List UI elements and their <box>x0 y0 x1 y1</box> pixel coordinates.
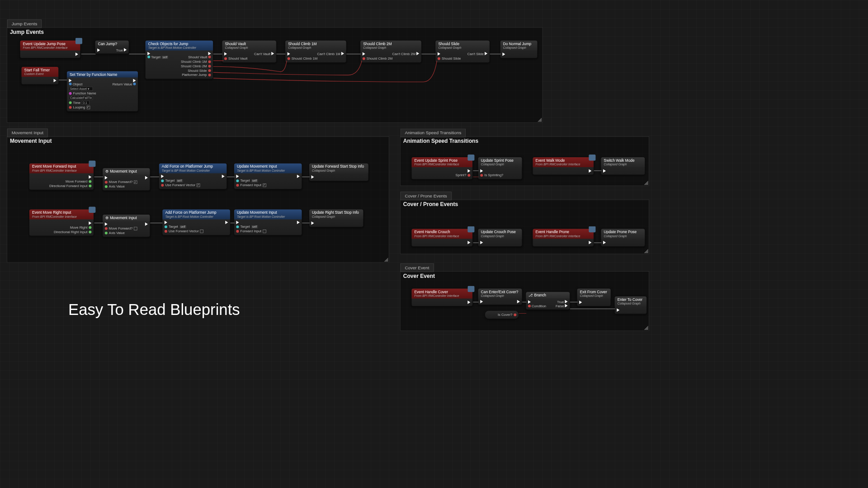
exec-in-icon[interactable] <box>224 52 227 56</box>
exec-out-icon[interactable] <box>225 221 228 224</box>
node-update-movement-1[interactable]: Update Movement InputTarget is BP Root M… <box>234 163 302 189</box>
out-pin-icon[interactable] <box>208 60 211 63</box>
exec-out-icon[interactable] <box>208 52 211 56</box>
object-pin-icon[interactable] <box>69 83 72 85</box>
exec-in-icon[interactable] <box>105 176 108 180</box>
node-should-vault[interactable]: Should VaultCollapsed Graph Can't Vault … <box>222 40 277 63</box>
checkbox[interactable] <box>134 180 137 184</box>
target-pin-icon[interactable] <box>147 56 150 58</box>
exec-in-icon[interactable] <box>105 222 108 226</box>
node-movement-input-2[interactable]: ⚙ Movement Input Move Forward? Axis Valu… <box>103 214 151 237</box>
node-enter-to-cover[interactable]: Enter To CoverCollapsed Graph <box>614 296 647 314</box>
pin-icon[interactable] <box>161 179 164 182</box>
select-asset-dropdown[interactable] <box>69 87 93 91</box>
out-pin-icon[interactable] <box>89 226 91 229</box>
resize-handle-icon[interactable] <box>644 181 648 185</box>
exec-in-icon[interactable] <box>311 221 314 225</box>
exec-in-icon[interactable] <box>603 241 606 244</box>
node-exit-from-cover[interactable]: Exit From CoverCollapsed Graph <box>577 288 611 306</box>
node-check-objects[interactable]: Check Objects for Jump Target is BP Root… <box>145 40 213 79</box>
exec-in-icon[interactable] <box>288 52 290 56</box>
out-pin-icon[interactable] <box>467 174 470 177</box>
exec-out-icon[interactable] <box>416 52 419 56</box>
node-event-move-forward[interactable]: Event Move Forward InputFrom BPI RMContr… <box>29 163 94 190</box>
node-update-fwd-info[interactable]: Update Forward Start Stop InfoCollapsed … <box>309 163 368 181</box>
out-pin-icon[interactable] <box>208 65 211 67</box>
time-input[interactable] <box>82 101 90 105</box>
node-should-climb-2m[interactable]: Should Climb 2MCollapsed Graph Can't Cli… <box>360 40 422 63</box>
exec-out-icon[interactable] <box>133 79 136 82</box>
exec-out-icon[interactable] <box>89 175 91 179</box>
out-pin-icon[interactable] <box>208 74 211 76</box>
exec-in-icon[interactable] <box>147 52 150 56</box>
out-pin-icon[interactable] <box>89 230 91 233</box>
resize-handle-icon[interactable] <box>384 258 388 262</box>
node-should-climb-1m[interactable]: Should Climb 1MCollapsed Graph Can't Cli… <box>285 40 346 63</box>
comment-tab[interactable]: Jump Events <box>7 19 42 28</box>
exec-in-icon[interactable] <box>236 221 239 224</box>
node-can-jump[interactable]: Can Jump? True <box>95 40 129 54</box>
node-do-normal-jump[interactable]: Do Normal JumpCollapsed Graph <box>500 40 538 58</box>
time-pin-icon[interactable] <box>69 101 72 104</box>
exec-out-icon[interactable] <box>485 52 487 56</box>
node-event-move-right[interactable]: Event Move Right InputFrom BPI RMControl… <box>29 209 94 236</box>
exec-out-icon[interactable] <box>145 176 148 180</box>
pin-icon[interactable] <box>236 225 239 228</box>
in-pin-icon[interactable] <box>224 57 227 60</box>
node-is-cover[interactable]: Is Cover? <box>485 310 519 319</box>
exec-false-icon[interactable] <box>565 304 568 308</box>
pin-icon[interactable] <box>105 231 108 234</box>
exec-out-icon[interactable] <box>589 169 591 173</box>
exec-out-icon[interactable] <box>54 79 57 82</box>
node-update-sprint[interactable]: Update Sprint PoseCollapsed Graph Is Spr… <box>478 157 522 179</box>
exec-in-icon[interactable] <box>617 309 619 312</box>
comment-tab[interactable]: Animation Speed Transitions <box>401 129 466 137</box>
node-branch[interactable]: ⎇ Branch True ConditionFalse <box>526 292 570 310</box>
node-event-update-jump[interactable]: Event Update Jump Pose From BPI RMContro… <box>20 40 80 58</box>
out-pin-icon[interactable] <box>89 184 91 187</box>
node-update-crouch[interactable]: Update Crouch PoseCollapsed Graph <box>478 229 522 247</box>
exec-out-icon[interactable] <box>222 175 225 178</box>
comment-tab[interactable]: Movement Input <box>7 129 48 137</box>
cond-pin-icon[interactable] <box>528 305 531 307</box>
exec-in-icon[interactable] <box>69 79 72 82</box>
function-name-input[interactable] <box>69 96 93 100</box>
exec-out-icon[interactable] <box>589 241 591 244</box>
node-event-handle-prone[interactable]: Event Handle ProneFrom BPI RMController … <box>533 229 594 247</box>
checkbox[interactable] <box>197 183 200 187</box>
exec-in-icon[interactable] <box>165 221 167 224</box>
in-pin-icon[interactable] <box>438 57 440 60</box>
node-movement-input-1[interactable]: ⚙ Movement Input Move Forward? Axis Valu… <box>103 168 151 191</box>
exec-in-icon[interactable] <box>438 52 440 56</box>
out-pin-icon[interactable] <box>514 313 516 316</box>
pin-icon[interactable] <box>236 230 239 232</box>
exec-in-icon[interactable] <box>528 300 531 304</box>
exec-in-icon[interactable] <box>236 175 239 178</box>
exec-in-icon[interactable] <box>480 241 483 244</box>
exec-out-icon[interactable] <box>124 48 127 52</box>
node-can-enter-exit-cover[interactable]: Can Enter/Exit Cover?Collapsed Graph <box>478 288 522 305</box>
exec-in-icon[interactable] <box>502 52 505 56</box>
pin-icon[interactable] <box>165 230 167 232</box>
resize-handle-icon[interactable] <box>644 249 648 253</box>
out-pin-icon[interactable] <box>208 56 211 58</box>
pin-icon[interactable] <box>165 225 167 228</box>
looping-checkbox[interactable] <box>86 106 90 109</box>
node-start-fall-timer[interactable]: Start Fall TimerCustom Event <box>21 66 59 84</box>
node-event-update-sprint[interactable]: Event Update Sprint PoseFrom BPI RMContr… <box>411 157 473 179</box>
exec-out-icon[interactable] <box>297 221 300 224</box>
node-update-prone[interactable]: Update Prone PoseCollapsed Graph <box>601 229 645 247</box>
exec-out-icon[interactable] <box>517 300 520 304</box>
exec-out-icon[interactable] <box>341 52 344 56</box>
node-event-handle-crouch[interactable]: Event Handle CrouchFrom BPI RMController… <box>411 229 473 247</box>
node-should-slide[interactable]: Should SlideCollapsed Graph Can't Slide … <box>435 40 490 63</box>
exec-out-icon[interactable] <box>89 221 91 225</box>
resize-handle-icon[interactable] <box>538 117 542 122</box>
node-add-force-2[interactable]: Add Force on Platformer JumpTarget is BP… <box>162 209 231 235</box>
exec-out-icon[interactable] <box>145 222 148 226</box>
exec-out-icon[interactable] <box>467 169 470 173</box>
node-event-handle-cover[interactable]: Event Handle CoverFrom BPI RMController … <box>411 288 473 306</box>
in-pin-icon[interactable] <box>363 57 365 60</box>
return-pin-icon[interactable] <box>133 83 136 85</box>
exec-in-icon[interactable] <box>480 169 483 173</box>
